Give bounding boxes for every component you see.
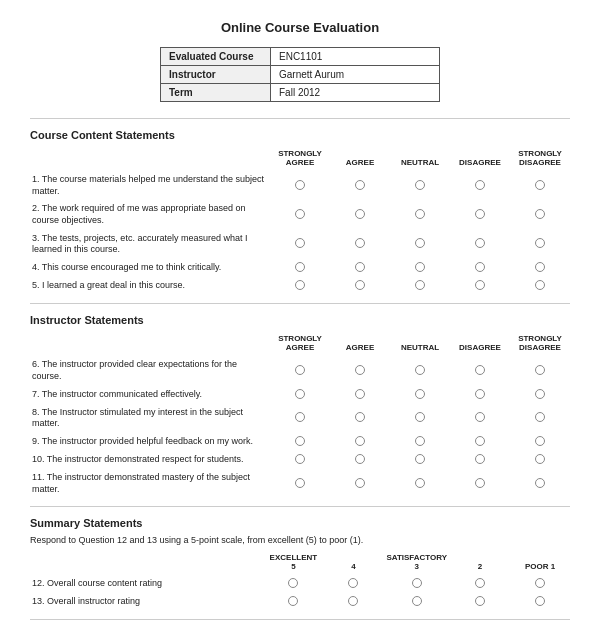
- radio-cell[interactable]: [450, 469, 510, 498]
- radio-cell[interactable]: [270, 386, 330, 404]
- radio-circle[interactable]: [475, 280, 485, 290]
- radio-cell[interactable]: [450, 259, 510, 277]
- radio-circle[interactable]: [355, 478, 365, 488]
- radio-cell[interactable]: [323, 575, 383, 593]
- radio-cell[interactable]: [270, 171, 330, 200]
- radio-cell[interactable]: [390, 404, 450, 433]
- radio-cell[interactable]: [270, 451, 330, 469]
- radio-circle[interactable]: [415, 478, 425, 488]
- radio-cell[interactable]: [510, 433, 570, 451]
- radio-cell[interactable]: [510, 404, 570, 433]
- radio-cell[interactable]: [450, 386, 510, 404]
- radio-circle[interactable]: [535, 238, 545, 248]
- radio-cell[interactable]: [390, 259, 450, 277]
- radio-circle[interactable]: [415, 209, 425, 219]
- radio-cell[interactable]: [270, 200, 330, 229]
- radio-circle[interactable]: [415, 180, 425, 190]
- radio-cell[interactable]: [390, 356, 450, 385]
- radio-cell[interactable]: [510, 451, 570, 469]
- radio-circle[interactable]: [535, 365, 545, 375]
- radio-circle[interactable]: [355, 412, 365, 422]
- radio-circle[interactable]: [535, 262, 545, 272]
- radio-circle[interactable]: [535, 596, 545, 606]
- radio-circle[interactable]: [475, 454, 485, 464]
- radio-circle[interactable]: [355, 454, 365, 464]
- radio-circle[interactable]: [295, 454, 305, 464]
- radio-circle[interactable]: [475, 389, 485, 399]
- radio-circle[interactable]: [295, 389, 305, 399]
- radio-cell[interactable]: [510, 386, 570, 404]
- radio-circle[interactable]: [415, 454, 425, 464]
- radio-circle[interactable]: [295, 180, 305, 190]
- radio-cell[interactable]: [270, 469, 330, 498]
- radio-cell[interactable]: [450, 356, 510, 385]
- radio-cell[interactable]: [330, 451, 390, 469]
- radio-circle[interactable]: [355, 262, 365, 272]
- radio-cell[interactable]: [263, 575, 323, 593]
- radio-circle[interactable]: [355, 238, 365, 248]
- radio-circle[interactable]: [415, 262, 425, 272]
- radio-circle[interactable]: [355, 436, 365, 446]
- radio-cell[interactable]: [330, 469, 390, 498]
- radio-circle[interactable]: [475, 180, 485, 190]
- radio-cell[interactable]: [510, 469, 570, 498]
- radio-circle[interactable]: [355, 180, 365, 190]
- radio-circle[interactable]: [415, 389, 425, 399]
- radio-circle[interactable]: [288, 596, 298, 606]
- radio-circle[interactable]: [475, 596, 485, 606]
- radio-circle[interactable]: [412, 596, 422, 606]
- radio-cell[interactable]: [330, 171, 390, 200]
- radio-cell[interactable]: [330, 277, 390, 295]
- radio-circle[interactable]: [295, 280, 305, 290]
- radio-circle[interactable]: [295, 238, 305, 248]
- radio-cell[interactable]: [390, 171, 450, 200]
- radio-cell[interactable]: [390, 386, 450, 404]
- radio-circle[interactable]: [295, 478, 305, 488]
- radio-circle[interactable]: [535, 180, 545, 190]
- radio-circle[interactable]: [475, 365, 485, 375]
- radio-circle[interactable]: [295, 365, 305, 375]
- radio-cell[interactable]: [450, 451, 510, 469]
- radio-cell[interactable]: [510, 171, 570, 200]
- radio-cell[interactable]: [330, 386, 390, 404]
- radio-circle[interactable]: [355, 365, 365, 375]
- radio-circle[interactable]: [535, 454, 545, 464]
- radio-cell[interactable]: [270, 404, 330, 433]
- radio-cell[interactable]: [510, 277, 570, 295]
- radio-circle[interactable]: [412, 578, 422, 588]
- radio-cell[interactable]: [450, 433, 510, 451]
- radio-circle[interactable]: [295, 209, 305, 219]
- radio-circle[interactable]: [348, 596, 358, 606]
- radio-circle[interactable]: [535, 478, 545, 488]
- radio-cell[interactable]: [450, 575, 510, 593]
- radio-circle[interactable]: [415, 412, 425, 422]
- radio-cell[interactable]: [390, 469, 450, 498]
- radio-circle[interactable]: [475, 238, 485, 248]
- radio-circle[interactable]: [535, 436, 545, 446]
- radio-circle[interactable]: [475, 412, 485, 422]
- radio-cell[interactable]: [270, 277, 330, 295]
- radio-circle[interactable]: [288, 578, 298, 588]
- radio-cell[interactable]: [383, 575, 450, 593]
- radio-cell[interactable]: [270, 230, 330, 259]
- radio-cell[interactable]: [383, 593, 450, 611]
- radio-cell[interactable]: [450, 200, 510, 229]
- radio-cell[interactable]: [390, 200, 450, 229]
- radio-cell[interactable]: [330, 259, 390, 277]
- radio-circle[interactable]: [475, 209, 485, 219]
- radio-circle[interactable]: [355, 209, 365, 219]
- radio-cell[interactable]: [390, 277, 450, 295]
- radio-circle[interactable]: [415, 280, 425, 290]
- radio-cell[interactable]: [450, 404, 510, 433]
- radio-cell[interactable]: [450, 593, 510, 611]
- radio-cell[interactable]: [510, 593, 570, 611]
- radio-cell[interactable]: [390, 230, 450, 259]
- radio-circle[interactable]: [415, 436, 425, 446]
- radio-cell[interactable]: [390, 451, 450, 469]
- radio-circle[interactable]: [355, 389, 365, 399]
- radio-cell[interactable]: [330, 404, 390, 433]
- radio-circle[interactable]: [355, 280, 365, 290]
- radio-cell[interactable]: [510, 230, 570, 259]
- radio-cell[interactable]: [450, 277, 510, 295]
- radio-circle[interactable]: [348, 578, 358, 588]
